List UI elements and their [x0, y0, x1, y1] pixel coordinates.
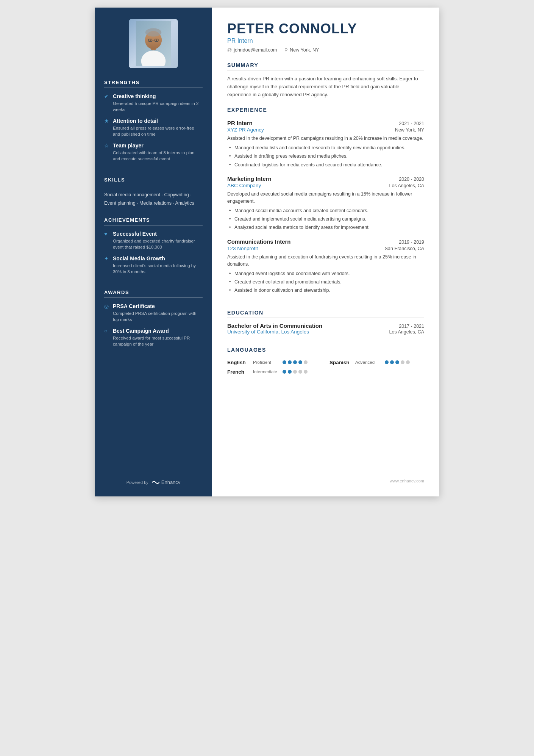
strength-name-3: Team player	[113, 142, 144, 149]
award-item-1: ◎ PRSA Certificate Completed PRSA certif…	[104, 303, 203, 322]
strengths-section: STRENGTHS ✔ Creative thinking Generated …	[104, 80, 203, 167]
summary-text: A results-driven PR intern with a passio…	[227, 75, 424, 99]
lang-name-french: French	[227, 369, 250, 375]
dot	[293, 370, 297, 374]
strength-name-2: Attention to detail	[113, 118, 158, 124]
summary-title: SUMMARY	[227, 62, 424, 70]
exp-location-2: Los Angeles, CA	[389, 183, 424, 188]
heart-icon: ♥	[104, 231, 110, 237]
main-footer: www.enhancv.com	[227, 471, 424, 483]
strengths-title: STRENGTHS	[104, 80, 203, 88]
award-name-2: Best Campaign Award	[113, 328, 169, 334]
exp-item-2: Marketing Intern 2020 - 2020 ABC Company…	[227, 175, 424, 232]
strength-desc-2: Ensured all press releases were error-fr…	[104, 125, 203, 137]
svg-point-8	[150, 39, 151, 41]
svg-point-9	[156, 39, 157, 41]
enhancv-logo: Enhancv	[151, 479, 181, 485]
strength-name-1: Creative thinking	[113, 93, 156, 99]
award-desc-2: Received award for most successful PR ca…	[104, 335, 203, 347]
exp-bullets-2: Managed social media accounts and create…	[227, 207, 424, 232]
certificate-icon: ◎	[104, 303, 110, 309]
location-contact: ⚲ New York, NY	[284, 47, 319, 53]
strength-item-3: ☆ Team player Collaborated with team of …	[104, 142, 203, 162]
exp-bullet-1-3: Coordinated logistics for media events a…	[229, 161, 424, 169]
dot	[283, 360, 286, 364]
exp-dates-1: 2021 - 2021	[399, 121, 424, 126]
checkmark-icon: ✔	[104, 93, 110, 99]
exp-company-1: XYZ PR Agency	[227, 127, 264, 133]
education-section: EDUCATION Bachelor of Arts in Communicat…	[227, 310, 424, 338]
lang-level-french: Intermediate	[253, 369, 279, 374]
exp-bullet-2-1: Managed social media accounts and create…	[229, 207, 424, 214]
exp-item-3: Communications Intern 2019 - 2019 123 No…	[227, 238, 424, 294]
edu-school-1: University of California, Los Angeles	[227, 329, 309, 335]
skills-title: SKILLS	[104, 177, 203, 185]
summary-section: SUMMARY A results-driven PR intern with …	[227, 62, 424, 99]
dot	[395, 360, 399, 364]
languages-grid: English Proficient Spanish Advanced	[227, 360, 424, 375]
exp-bullet-3-2: Created event collateral and promotional…	[229, 279, 424, 286]
strength-desc-1: Generated 5 unique PR campaign ideas in …	[104, 100, 203, 113]
sidebar-footer: Powered by Enhancv	[126, 472, 181, 485]
dot	[288, 360, 292, 364]
contact-row: @ johndoe@email.com ⚲ New York, NY	[227, 47, 424, 53]
languages-title: LANGUAGES	[227, 347, 424, 355]
edu-dates-1: 2017 - 2021	[399, 324, 424, 329]
edu-location-1: Los Angeles, CA	[389, 329, 424, 335]
exp-location-3: San Francisco, CA	[385, 246, 424, 251]
growth-icon: ✦	[104, 255, 110, 261]
lang-dots-french	[283, 370, 308, 374]
email-icon: @	[227, 47, 232, 53]
resume-container: STRENGTHS ✔ Creative thinking Generated …	[95, 8, 439, 496]
lang-item-english: English Proficient	[227, 360, 322, 365]
resume-header: PETER CONNOLLY PR Intern @ johndoe@email…	[227, 21, 424, 62]
strength-item-1: ✔ Creative thinking Generated 5 unique P…	[104, 93, 203, 113]
footer-url: www.enhancv.com	[390, 479, 424, 483]
candidate-name: PETER CONNOLLY	[227, 21, 424, 37]
email-contact: @ johndoe@email.com	[227, 47, 277, 53]
exp-bullet-3-1: Managed event logistics and coordinated …	[229, 270, 424, 277]
skills-text: Social media management · Copywriting · …	[104, 191, 203, 208]
achievement-name-1: Successful Event	[113, 231, 157, 237]
achievement-name-2: Social Media Growth	[113, 255, 165, 261]
achievements-title: ACHIEVEMENTS	[104, 217, 203, 225]
lang-dots-spanish	[385, 360, 410, 364]
dot	[304, 360, 308, 364]
email-text: johndoe@email.com	[234, 47, 277, 53]
dot	[385, 360, 389, 364]
dot	[298, 370, 302, 374]
achievement-desc-1: Organized and executed charity fundraise…	[104, 238, 203, 250]
medal-icon: ○	[104, 328, 110, 334]
job-title: PR Intern	[227, 38, 424, 44]
exp-bullet-1-2: Assisted in drafting press releases and …	[229, 153, 424, 160]
exp-bullet-2-2: Created and implemented social media adv…	[229, 216, 424, 223]
powered-by-label: Powered by	[126, 480, 148, 485]
lang-name-english: English	[227, 360, 250, 365]
exp-desc-1: Assisted in the development of PR campai…	[227, 135, 424, 142]
exp-item-1: PR Intern 2021 - 2021 XYZ PR Agency New …	[227, 120, 424, 169]
edu-degree-1: Bachelor of Arts in Communication	[227, 322, 322, 329]
avatar	[129, 19, 178, 68]
award-name-1: PRSA Certificate	[113, 303, 155, 309]
star-filled-icon: ★	[104, 118, 110, 124]
exp-job-title-3: Communications Intern	[227, 238, 291, 245]
lang-level-spanish: Advanced	[355, 360, 382, 365]
lang-item-french: French Intermediate	[227, 369, 322, 375]
exp-job-title-1: PR Intern	[227, 120, 253, 126]
experience-title: EXPERIENCE	[227, 107, 424, 115]
exp-desc-2: Developed and executed social media camp…	[227, 191, 424, 205]
star-outline-icon: ☆	[104, 142, 110, 149]
svg-point-4	[145, 28, 161, 36]
achievement-desc-2: Increased client's social media followin…	[104, 263, 203, 275]
lang-item-spanish: Spanish Advanced	[329, 360, 424, 365]
sidebar: STRENGTHS ✔ Creative thinking Generated …	[95, 8, 212, 496]
lang-dots-english	[283, 360, 308, 364]
location-icon: ⚲	[284, 47, 288, 53]
lang-name-spanish: Spanish	[329, 360, 352, 365]
enhancv-brand: Enhancv	[161, 479, 181, 485]
exp-company-3: 123 Nonprofit	[227, 246, 258, 251]
dot	[288, 370, 292, 374]
dot	[293, 360, 297, 364]
edu-item-1: Bachelor of Arts in Communication 2017 -…	[227, 322, 424, 335]
dot	[401, 360, 404, 364]
